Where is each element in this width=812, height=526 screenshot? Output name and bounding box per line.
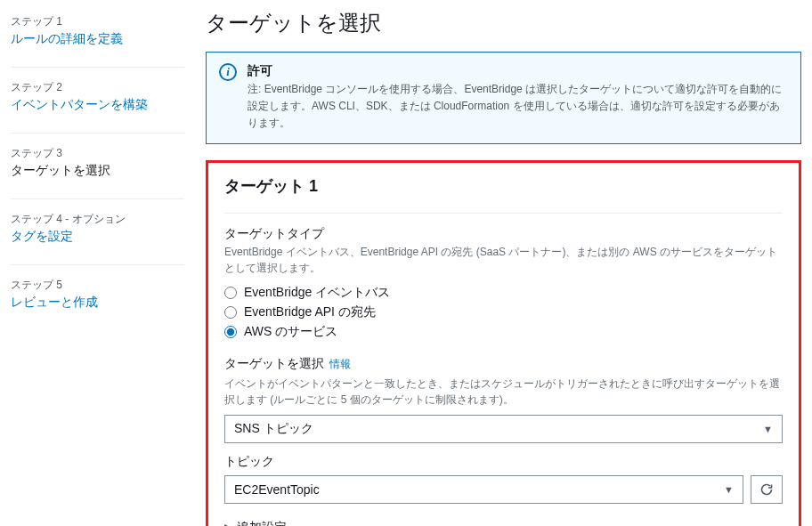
target-1-panel: ターゲット 1 ターゲットタイプ EventBridge イベントバス、Even… — [206, 160, 801, 526]
info-link[interactable]: 情報 — [329, 357, 351, 372]
radio-label: AWS のサービス — [244, 324, 337, 340]
target-heading: ターゲット 1 — [224, 175, 783, 197]
step-label: ステップ 1 — [11, 14, 184, 29]
radio-eventbridge-bus[interactable]: EventBridge イベントバス — [224, 283, 783, 303]
step-3: ステップ 3 ターゲットを選択 — [11, 146, 184, 179]
info-body: 注: EventBridge コンソールを使用する場合、EventBridge … — [248, 81, 788, 133]
step-title[interactable]: ルールの詳細を定義 — [11, 31, 184, 47]
target-type-label: ターゲットタイプ — [224, 226, 783, 242]
radio-eventbridge-api[interactable]: EventBridge API の宛先 — [224, 303, 783, 322]
divider — [224, 213, 783, 214]
chevron-down-icon: ▼ — [763, 424, 773, 434]
step-title[interactable]: イベントパターンを構築 — [11, 97, 184, 113]
refresh-icon — [759, 482, 774, 497]
divider — [11, 264, 184, 265]
step-1[interactable]: ステップ 1 ルールの詳細を定義 — [11, 14, 184, 47]
radio-label: EventBridge API の宛先 — [244, 304, 376, 320]
chevron-down-icon: ▼ — [724, 484, 734, 495]
wizard-steps-sidebar: ステップ 1 ルールの詳細を定義 ステップ 2 イベントパターンを構築 ステップ… — [11, 9, 184, 526]
topic-select[interactable]: EC2EventTopic ▼ — [224, 475, 743, 504]
target-type-radio-group: EventBridge イベントバス EventBridge API の宛先 A… — [224, 283, 783, 342]
radio-input[interactable] — [224, 287, 237, 299]
expander-label: 追加設定 — [237, 520, 287, 526]
divider — [11, 198, 184, 199]
step-title: ターゲットを選択 — [11, 163, 184, 179]
info-icon: i — [219, 63, 237, 81]
page-title: ターゲットを選択 — [206, 9, 801, 37]
target-type-hint: EventBridge イベントバス、EventBridge API の宛先 (… — [224, 244, 783, 276]
additional-settings-expander[interactable]: ▶ 追加設定 — [224, 520, 783, 526]
step-title[interactable]: タグを設定 — [11, 229, 184, 245]
step-4[interactable]: ステップ 4 - オプション タグを設定 — [11, 212, 184, 245]
select-value: SNS トピック — [234, 421, 313, 437]
radio-label: EventBridge イベントバス — [244, 285, 390, 301]
step-label: ステップ 3 — [11, 146, 184, 161]
step-label: ステップ 4 - オプション — [11, 212, 184, 227]
step-title[interactable]: レビューと作成 — [11, 295, 184, 311]
divider — [11, 67, 184, 68]
step-label: ステップ 5 — [11, 278, 184, 293]
step-label: ステップ 2 — [11, 80, 184, 95]
select-target-hint: イベントがイベントパターンと一致したとき、またはスケジュールがトリガーされたとき… — [224, 376, 783, 408]
permission-info-box: i 許可 注: EventBridge コンソールを使用する場合、EventBr… — [206, 52, 801, 144]
step-2[interactable]: ステップ 2 イベントパターンを構築 — [11, 80, 184, 113]
step-5[interactable]: ステップ 5 レビューと作成 — [11, 278, 184, 311]
target-service-select[interactable]: SNS トピック ▼ — [224, 415, 783, 443]
select-value: EC2EventTopic — [234, 482, 320, 497]
divider — [11, 133, 184, 134]
radio-input[interactable] — [224, 306, 237, 319]
info-title: 許可 — [248, 63, 788, 79]
triangle-right-icon: ▶ — [224, 522, 231, 526]
radio-input[interactable] — [224, 326, 237, 338]
radio-aws-service[interactable]: AWS のサービス — [224, 322, 783, 342]
select-target-label: ターゲットを選択 — [224, 356, 324, 372]
topic-label: トピック — [224, 454, 783, 470]
refresh-button[interactable] — [751, 475, 783, 504]
